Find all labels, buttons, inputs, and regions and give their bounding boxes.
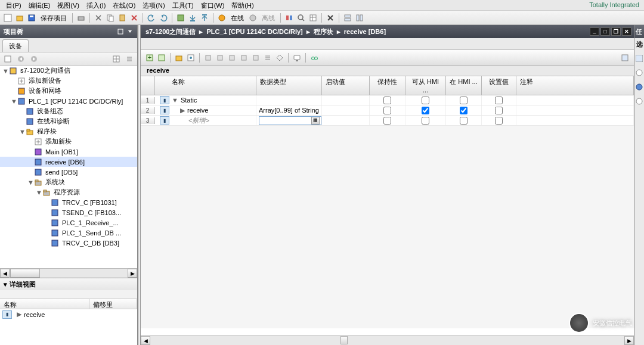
col-comment[interactable]: 注释 [516, 76, 634, 95]
et-insert-button[interactable]: + [144, 52, 155, 63]
collapse-icon[interactable] [126, 28, 134, 35]
hmi1-checkbox[interactable] [422, 117, 429, 125]
right-panel-sub[interactable]: 选 [634, 38, 644, 50]
cell-type-wrap[interactable] [256, 95, 322, 105]
tree-back-button[interactable] [16, 54, 26, 64]
compile-button[interactable] [175, 13, 186, 23]
row-number[interactable]: 1 [141, 97, 155, 104]
tree-h-scrollbar[interactable]: ◀ ▶ [0, 268, 137, 278]
minimize-button[interactable]: _ [590, 27, 599, 36]
grid-row[interactable]: 3▮<新增>▦ [141, 116, 634, 126]
retain-checkbox[interactable] [383, 117, 391, 125]
menu-tools[interactable]: 工具(T) [169, 0, 197, 10]
copy-button[interactable] [105, 13, 116, 23]
et-glasses-button[interactable] [309, 52, 320, 63]
tree-item[interactable]: TSEND_C [FB103... [0, 207, 137, 217]
et-c1-button[interactable] [215, 52, 225, 63]
db-grid[interactable]: 名称 数据类型 启动值 保持性 可从 HMI ... 在 HMI ... 设置值… [141, 76, 634, 335]
redo-button[interactable] [158, 13, 169, 23]
et-list-button[interactable] [262, 52, 273, 63]
cell-hmi2[interactable] [446, 105, 482, 115]
tree-item[interactable]: ▼程序块 [0, 126, 137, 136]
cell-name[interactable]: ▮▼Static [155, 95, 256, 105]
cell-comment[interactable] [516, 95, 634, 105]
cell-start[interactable] [322, 95, 370, 105]
cell-start[interactable] [322, 116, 370, 125]
row-toggle-icon[interactable]: ▼ [172, 97, 178, 104]
tree-item[interactable]: 添加新设备 [0, 76, 137, 86]
type-dropdown-button[interactable]: ▦ [311, 117, 320, 125]
split-h-button[interactable] [342, 13, 353, 23]
col-type[interactable]: 数据类型 [256, 76, 322, 95]
menu-insert[interactable]: 插入(I) [83, 0, 109, 10]
split-v-button[interactable] [354, 13, 365, 23]
type-editor[interactable]: ▦ [259, 116, 321, 125]
et-load-button[interactable] [174, 52, 184, 63]
tree-item[interactable]: Main [OB1] [0, 147, 137, 157]
delete-button[interactable] [129, 13, 140, 23]
detail-row[interactable]: ▮ ▶ receive [0, 309, 137, 319]
detail-col-name[interactable]: 名称 [0, 299, 89, 309]
col-name[interactable]: 名称 [155, 76, 256, 95]
cell-retain[interactable] [370, 105, 405, 115]
cell-hmi2[interactable] [446, 116, 482, 125]
right-panel-title[interactable]: 任 [634, 25, 644, 38]
breadcrumb-segment[interactable]: PLC_1 [CPU 1214C DC/DC/Rly] [204, 28, 305, 35]
cell-retain[interactable] [370, 95, 405, 105]
retain-checkbox[interactable] [383, 97, 391, 104]
scroll-left-arrow[interactable]: ◀ [0, 269, 10, 278]
hmi1-checkbox[interactable] [422, 107, 429, 114]
cell-retain[interactable] [370, 116, 405, 125]
pin-icon[interactable] [117, 28, 124, 35]
et-c4-button[interactable] [250, 52, 261, 63]
cell-setpt[interactable] [482, 105, 516, 115]
tree-toggle-icon[interactable]: ▼ [2, 67, 8, 74]
undo-button[interactable] [146, 13, 157, 23]
print-button[interactable] [76, 13, 86, 23]
new-project-button[interactable] [2, 13, 13, 23]
detail-col-offset[interactable]: 偏移里 [89, 299, 137, 309]
tree-item[interactable]: 设备和网络 [0, 86, 137, 96]
tree-item[interactable]: ▼系统块 [0, 177, 137, 187]
col-start[interactable]: 启动值 [322, 76, 370, 95]
cell-name[interactable]: ▮▶receive [155, 105, 256, 115]
breadcrumb-segment[interactable]: s7-1200之间通信 [143, 27, 198, 36]
cell-hmi1[interactable] [405, 116, 446, 125]
cell-setpt[interactable] [482, 95, 516, 105]
cell-name[interactable]: ▮<新增> [155, 116, 256, 125]
hmi1-checkbox[interactable] [422, 97, 429, 104]
cell-start[interactable] [322, 105, 370, 115]
cell-type-wrap[interactable]: Array[0..99] of String [256, 105, 322, 115]
cell-setpt[interactable] [482, 116, 516, 125]
menu-help[interactable]: 帮助(H) [228, 0, 257, 10]
tree-item[interactable]: ▼程序资源 [0, 187, 137, 197]
hmi2-checkbox[interactable] [460, 107, 467, 114]
tree-new-button[interactable] [2, 54, 13, 64]
et-expand-button[interactable] [274, 52, 285, 63]
editor-h-scrollbar[interactable]: ◀ ▶ [141, 335, 634, 345]
cell-hmi2[interactable] [446, 95, 482, 105]
close-editor-button[interactable]: ✕ [622, 27, 631, 36]
scroll-right-arrow[interactable]: ▶ [128, 269, 137, 278]
search-button[interactable] [296, 13, 306, 23]
tree-item[interactable]: 在线和诊断 [0, 116, 137, 126]
et-c3-button[interactable] [239, 52, 249, 63]
task-item[interactable] [636, 55, 643, 62]
et-c2-button[interactable] [227, 52, 237, 63]
grid-row[interactable]: 2▮▶receiveArray[0..99] of String [141, 105, 634, 116]
row-number[interactable]: 2 [141, 107, 155, 114]
col-hmi1[interactable]: 可从 HMI ... [405, 76, 446, 95]
task-item[interactable] [636, 83, 643, 91]
tree-item[interactable]: 设备组态 [0, 106, 137, 116]
tree-toggle-icon[interactable]: ▼ [19, 128, 25, 135]
et-monitor-button[interactable] [292, 52, 302, 63]
col-retain[interactable]: 保持性 [370, 76, 405, 95]
menu-view[interactable]: 视图(V) [54, 0, 83, 10]
scroll-left-arrow[interactable]: ◀ [141, 336, 150, 345]
tree-item[interactable]: ▼PLC_1 [CPU 1214C DC/DC/Rly] [0, 96, 137, 106]
cut-button[interactable] [93, 13, 104, 23]
breadcrumb-segment[interactable]: receive [DB6] [342, 28, 388, 35]
et-settings-button[interactable] [620, 52, 630, 63]
tree-list-button[interactable] [124, 54, 135, 64]
hmi2-checkbox[interactable] [460, 117, 467, 125]
